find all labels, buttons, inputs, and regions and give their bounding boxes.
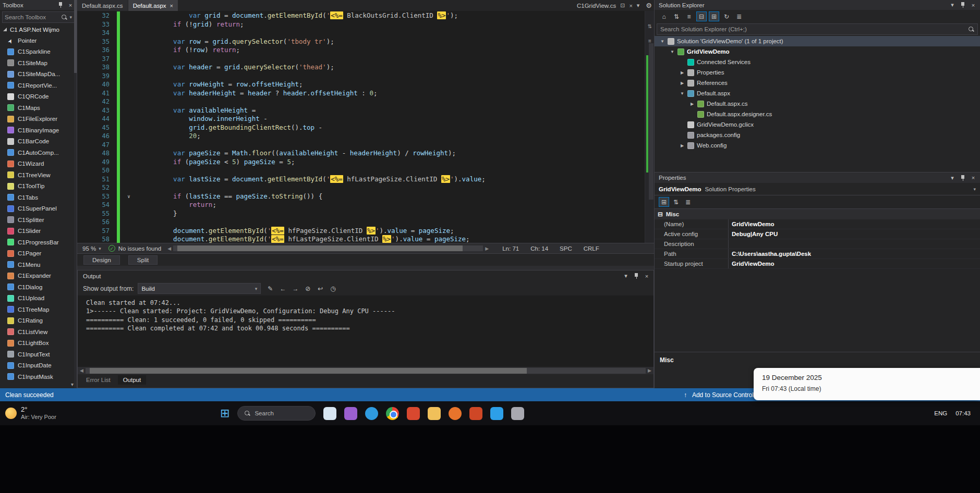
tree-item[interactable]: ▼Default.aspx xyxy=(655,88,980,98)
code-line[interactable]: 53∨ if (lastSize == pageSize.toString())… xyxy=(77,192,645,201)
toolbox-item[interactable]: C1Slider xyxy=(0,226,77,237)
code-line[interactable]: 56 xyxy=(77,218,645,227)
language-indicator[interactable]: ENG xyxy=(934,410,947,416)
property-pages-icon[interactable]: ≣ xyxy=(683,197,693,207)
code-line[interactable]: 42 xyxy=(77,97,645,106)
toolbox-item[interactable]: C1SiteMapDa... xyxy=(0,69,77,80)
toolbox-item[interactable]: C1InputText xyxy=(0,349,77,360)
toolbox-item[interactable]: C1BinaryImage xyxy=(0,125,77,136)
solution-explorer-header[interactable]: Solution Explorer ▾ × xyxy=(655,0,980,10)
window-menu-icon[interactable]: ▾ xyxy=(949,174,956,181)
chevron-right-icon[interactable]: ▶ xyxy=(680,70,685,75)
prev-message-icon[interactable]: ← xyxy=(277,284,288,294)
chevron-right-icon[interactable]: ▶ xyxy=(680,81,685,85)
visual-studio-icon[interactable] xyxy=(344,407,357,420)
tree-item[interactable]: Default.aspx.designer.cs xyxy=(655,109,980,119)
code-line[interactable]: 55 } xyxy=(77,209,645,218)
toolbox-item[interactable]: ➤Pointer xyxy=(0,35,77,46)
toolbox-item[interactable]: C1Splitter xyxy=(0,214,77,226)
toolbox-item[interactable]: C1Rating xyxy=(0,315,77,327)
tree-item[interactable]: Connected Services xyxy=(655,57,980,67)
pin-icon[interactable] xyxy=(959,174,966,181)
output-source-select[interactable]: Build ▾ xyxy=(138,283,261,294)
toolbox-item[interactable]: C1BarCode xyxy=(0,136,77,147)
chrome-icon[interactable] xyxy=(386,407,399,420)
spaces-indicator[interactable]: SPC xyxy=(560,245,572,252)
eol-indicator[interactable]: CRLF xyxy=(584,245,599,252)
code-line[interactable]: 43 var availableHeight = xyxy=(77,106,645,115)
toolbox-item[interactable]: C1FileExplorer xyxy=(0,114,77,125)
tree-item[interactable]: GridViewDemo.gclicx xyxy=(655,119,980,130)
scroll-left-icon[interactable]: ◀ xyxy=(166,246,172,251)
tab-default-aspx[interactable]: Default.aspx × xyxy=(128,0,178,11)
float-window-icon[interactable]: ⊡ xyxy=(620,2,625,9)
toolbox-search-input[interactable]: Search Toolbox ▾ xyxy=(2,11,75,23)
tree-item[interactable]: packages.config xyxy=(655,130,980,140)
tree-item[interactable]: ▼GridViewDemo xyxy=(655,46,980,57)
property-value[interactable]: GridViewDemo xyxy=(729,259,980,268)
toolbox-item[interactable]: C1ToolTip xyxy=(0,181,77,192)
code-line[interactable]: 47 xyxy=(77,141,645,150)
pin-icon[interactable] xyxy=(959,2,966,9)
toolbox-item[interactable]: C1QRCode xyxy=(0,91,77,103)
output-title-bar[interactable]: Output ▾ × xyxy=(78,270,654,281)
chevron-right-icon[interactable]: ▶ xyxy=(680,143,685,148)
properties-object-selector[interactable]: GridViewDemo Solution Properties ▾ xyxy=(655,183,980,195)
toolbox-item[interactable]: C1Upload xyxy=(0,293,77,304)
code-line[interactable]: 38 var header = grid.querySelector('thea… xyxy=(77,63,645,72)
pin-icon[interactable] xyxy=(57,2,64,9)
properties-icon[interactable]: ≣ xyxy=(734,11,744,21)
split-view-button[interactable]: Split xyxy=(128,255,158,265)
code-line[interactable]: 49 if (pageSize < 5) pageSize = 5; xyxy=(77,158,645,167)
find-message-icon[interactable]: ✎ xyxy=(265,284,275,294)
chevron-down-icon[interactable]: ▾ xyxy=(637,2,640,9)
scroll-right-icon[interactable]: ▶ xyxy=(484,246,490,251)
code-line[interactable]: 35 var row = grid.querySelector('tbody t… xyxy=(77,38,645,46)
property-value[interactable] xyxy=(729,239,980,249)
switch-views-icon[interactable]: ⇅ xyxy=(671,11,682,21)
property-value[interactable]: C:\Users\aastha.gupta\Desk xyxy=(729,249,980,258)
property-value[interactable]: Debug|Any CPU xyxy=(729,229,980,239)
clock[interactable]: 07:43 xyxy=(955,410,971,416)
code-line[interactable]: 54 return; xyxy=(77,201,645,209)
chevron-down-icon[interactable]: ▼ xyxy=(670,50,675,54)
tab-default-aspx-cs[interactable]: Default.aspx.cs xyxy=(77,0,128,11)
tree-item[interactable]: ▼Solution 'GridViewDemo' (1 of 1 project… xyxy=(655,36,980,46)
tab-c1gridview-cs[interactable]: C1GridView.cs ⊡ × ▾ xyxy=(573,0,644,11)
code-editor[interactable]: 32 var grid = document.getElementById('<… xyxy=(77,11,645,243)
code-line[interactable]: 36 if (!row) return; xyxy=(77,46,645,55)
code-line[interactable]: 34 xyxy=(77,29,645,38)
toolbox-item[interactable]: C1TreeView xyxy=(0,169,77,181)
toolbox-item[interactable]: C1Maps xyxy=(0,102,77,114)
code-line[interactable]: 52 xyxy=(77,183,645,192)
categorized-icon[interactable]: ⊞ xyxy=(659,197,669,207)
toolbox-scroll-down-icon[interactable]: ▾ xyxy=(71,381,74,387)
code-line[interactable]: 58 document.getElementById('<%= hfLastPa… xyxy=(77,235,645,243)
code-line[interactable]: 41 var headerHeight = header ? header.of… xyxy=(77,89,645,98)
split-editor-icon[interactable]: ⇅ xyxy=(646,23,654,29)
show-all-files-icon[interactable]: ⊞ xyxy=(709,11,719,21)
close-icon[interactable]: × xyxy=(970,174,977,181)
close-icon[interactable]: × xyxy=(67,2,74,9)
code-line[interactable]: 39 xyxy=(77,72,645,81)
word-wrap-icon[interactable]: ↩ xyxy=(315,284,325,294)
app-gray-icon[interactable] xyxy=(511,407,524,420)
toolbox-item[interactable]: C1SiteMap xyxy=(0,57,77,69)
close-icon[interactable]: × xyxy=(970,2,977,9)
folder-icon[interactable] xyxy=(428,407,441,420)
property-row[interactable]: Active configDebug|Any CPU xyxy=(655,229,980,239)
toolbox-item[interactable]: C1AutoComp... xyxy=(0,147,77,158)
code-line[interactable]: 57 document.getElementById('<%= hfPageSi… xyxy=(77,227,645,236)
fold-margin-chevron-icon[interactable]: ∨ xyxy=(124,192,134,201)
toolbox-item[interactable]: C1ReportVie... xyxy=(0,80,77,91)
pending-changes-filter-icon[interactable]: ≡ xyxy=(684,11,694,21)
toolbox-section-header[interactable]: C1 ASP.Net Wijmo xyxy=(0,24,77,35)
next-message-icon[interactable]: → xyxy=(290,284,300,294)
taskbar-search[interactable]: Search xyxy=(237,406,316,421)
scrollbar-track[interactable] xyxy=(86,368,646,374)
property-row[interactable]: PathC:\Users\aastha.gupta\Desk xyxy=(655,249,980,259)
toolbox-item[interactable]: C1Dialog xyxy=(0,281,77,293)
toolbox-scrollbar[interactable] xyxy=(74,0,77,388)
chevron-down-icon[interactable]: ▼ xyxy=(680,91,685,96)
chevron-right-icon[interactable]: ▶ xyxy=(689,102,695,106)
